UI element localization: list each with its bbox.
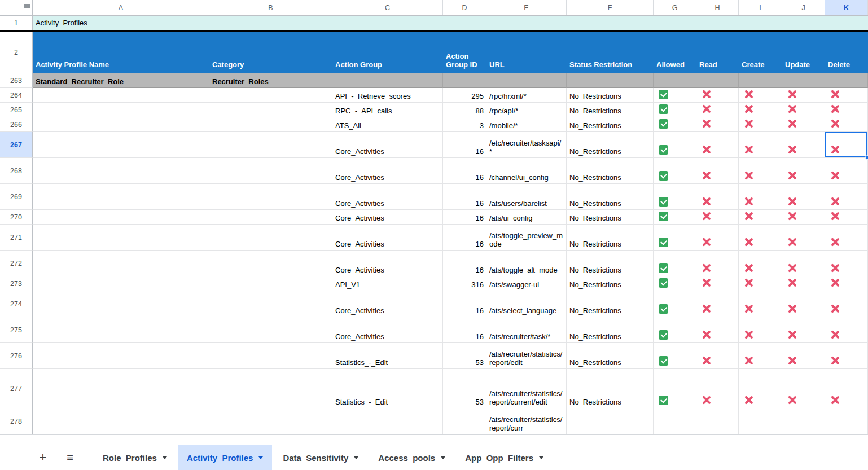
cell-status-restriction[interactable]: No_Restrictions [567, 276, 654, 291]
cell-action-group[interactable]: RPC_-_API_calls [332, 103, 443, 117]
cell-update[interactable] [782, 184, 825, 210]
cell-allowed[interactable] [654, 184, 696, 210]
cell-profile-name[interactable] [33, 88, 209, 103]
cell-action-group[interactable]: ATS_All [332, 117, 443, 132]
cell-action-group-id[interactable]: 16 [443, 225, 486, 251]
cell-url[interactable]: /ats/users/barelist [486, 184, 567, 210]
cell-allowed[interactable] [654, 117, 696, 132]
cell-profile-name[interactable] [33, 210, 209, 225]
cell-action-group[interactable]: Core_Activities [332, 251, 443, 276]
cell-url[interactable]: /etc/recruiter/tasksapi/* [486, 132, 567, 158]
cell-read[interactable] [696, 225, 739, 251]
cell-delete[interactable] [825, 210, 868, 225]
cell-delete[interactable] [825, 184, 868, 210]
cell-action-group-id[interactable]: 53 [443, 369, 486, 408]
cell-update[interactable] [782, 210, 825, 225]
cell-update[interactable] [782, 291, 825, 317]
cell-category[interactable] [209, 276, 332, 291]
cell-category[interactable] [209, 88, 332, 103]
cell-delete[interactable] [825, 343, 868, 369]
cell-create[interactable] [739, 251, 782, 276]
cell-category[interactable] [209, 117, 332, 132]
sheet-tab-data-sensitivity[interactable]: Data_Sensitivity [274, 445, 367, 470]
cell-profile-name[interactable]: Standard_Recruiter_Role [33, 73, 209, 88]
cell-update[interactable] [782, 132, 825, 158]
row-header[interactable]: 278 [0, 408, 33, 434]
cell-update[interactable] [782, 73, 825, 88]
cell-delete[interactable] [825, 225, 868, 251]
cell-action-group[interactable]: Core_Activities [332, 184, 443, 210]
cell-action-group-id[interactable]: 16 [443, 210, 486, 225]
cell-profile-name[interactable] [33, 317, 209, 343]
cell-status-restriction[interactable]: No_Restrictions [567, 210, 654, 225]
cell-profile-name[interactable] [33, 184, 209, 210]
cell-action-group-id[interactable]: 316 [443, 276, 486, 291]
cell-action-group[interactable]: Statistics_-_Edit [332, 369, 443, 408]
cell-action-group-id[interactable]: 3 [443, 117, 486, 132]
cell-category[interactable] [209, 408, 332, 434]
row-header[interactable]: 277 [0, 369, 33, 408]
header-create[interactable]: Create [739, 32, 782, 73]
cell-category[interactable] [209, 225, 332, 251]
cell-delete[interactable] [825, 88, 868, 103]
cell-create[interactable] [739, 132, 782, 158]
sheet-title-cell[interactable]: Activity_Profiles [33, 16, 868, 30]
cell-action-group[interactable]: Core_Activities [332, 210, 443, 225]
cell-delete[interactable] [825, 276, 868, 291]
add-sheet-button[interactable]: + [36, 451, 50, 464]
cell-read[interactable] [696, 88, 739, 103]
header-action-group-id[interactable]: Action Group ID [443, 32, 486, 73]
cell-action-group[interactable] [332, 73, 443, 88]
cell-delete[interactable] [825, 317, 868, 343]
header-read[interactable]: Read [696, 32, 739, 73]
cell-url[interactable]: /ats/recruiter/task/* [486, 317, 567, 343]
cell-category[interactable] [209, 317, 332, 343]
fill-handle[interactable] [865, 155, 868, 160]
cell-update[interactable] [782, 343, 825, 369]
cell-category[interactable] [209, 132, 332, 158]
sheet-tab-app-opp-filters[interactable]: App_Opp_Filters [456, 445, 553, 470]
cell-url[interactable]: /ats/toggle_preview_mode [486, 225, 567, 251]
cell-category[interactable] [209, 343, 332, 369]
cell-profile-name[interactable] [33, 369, 209, 408]
cell-action-group-id[interactable] [443, 73, 486, 88]
cell-allowed[interactable] [654, 73, 696, 88]
column-header-b[interactable]: B [209, 0, 332, 15]
cell-update[interactable] [782, 276, 825, 291]
cell-read[interactable] [696, 158, 739, 184]
cell-read[interactable] [696, 408, 739, 434]
cell-read[interactable] [696, 276, 739, 291]
cell-category[interactable] [209, 210, 332, 225]
cell-status-restriction[interactable]: No_Restrictions [567, 88, 654, 103]
cell-category[interactable]: Recruiter_Roles [209, 73, 332, 88]
cell-create[interactable] [739, 369, 782, 408]
cell-category[interactable] [209, 184, 332, 210]
selected-cell[interactable] [825, 132, 868, 158]
header-update[interactable]: Update [782, 32, 825, 73]
cell-update[interactable] [782, 158, 825, 184]
cell-action-group-id[interactable]: 16 [443, 291, 486, 317]
row-header[interactable]: 264 [0, 88, 33, 103]
cell-action-group-id[interactable]: 16 [443, 317, 486, 343]
row-header[interactable]: 274 [0, 291, 33, 317]
cell-delete[interactable] [825, 103, 868, 117]
cell-category[interactable] [209, 291, 332, 317]
cell-allowed[interactable] [654, 251, 696, 276]
cell-status-restriction[interactable]: No_Restrictions [567, 158, 654, 184]
cell-status-restriction[interactable] [567, 408, 654, 434]
row-header[interactable]: 276 [0, 343, 33, 369]
cell-delete[interactable] [825, 369, 868, 408]
cell-category[interactable] [209, 369, 332, 408]
cell-profile-name[interactable] [33, 117, 209, 132]
cell-url[interactable]: /ats/toggle_alt_mode [486, 251, 567, 276]
cell-create[interactable] [739, 73, 782, 88]
row-header[interactable]: 266 [0, 117, 33, 132]
cell-action-group[interactable]: Core_Activities [332, 317, 443, 343]
cell-status-restriction[interactable] [567, 73, 654, 88]
cell-update[interactable] [782, 117, 825, 132]
cell-category[interactable] [209, 158, 332, 184]
cell-create[interactable] [739, 210, 782, 225]
cell-delete[interactable] [825, 158, 868, 184]
header-allowed[interactable]: Allowed [654, 32, 696, 73]
column-header-a[interactable]: A [33, 0, 209, 15]
